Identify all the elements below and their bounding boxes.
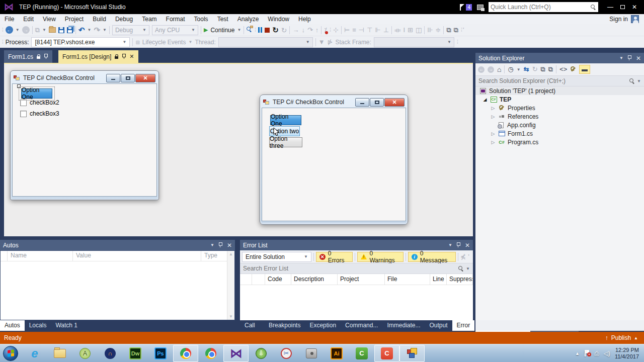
navigate-forward-button[interactable]: →: [22, 26, 30, 34]
taskbar-recorder[interactable]: [299, 345, 324, 362]
pin-icon[interactable]: [122, 54, 126, 59]
expander-collapsed-icon[interactable]: ▷: [491, 106, 496, 111]
menu-tools[interactable]: Tools: [190, 14, 213, 24]
same-width-icon[interactable]: ⟚: [394, 26, 400, 34]
align-lefts-icon[interactable]: ⊨: [344, 26, 350, 34]
form-close-button[interactable]: ✕: [135, 74, 155, 82]
menu-project[interactable]: Project: [60, 14, 88, 24]
col-file[interactable]: File: [385, 274, 430, 285]
tree-item-references[interactable]: ▷ References: [475, 112, 644, 121]
taskbar-chrome-active[interactable]: [173, 345, 198, 362]
tree-item-appconfig[interactable]: App.config: [475, 121, 644, 129]
process-dropdown[interactable]: [8144] TEP.vshost.exe▼: [31, 37, 130, 47]
sign-in-link[interactable]: Sign in: [609, 16, 628, 23]
expander-collapsed-icon[interactable]: ▷: [491, 131, 496, 136]
taskbar-dreamweaver[interactable]: Dw: [123, 345, 148, 362]
horizontal-spacing-icon[interactable]: ⊪: [427, 26, 433, 34]
volume-icon[interactable]: ◁): [604, 350, 610, 357]
thread-dropdown[interactable]: ▼: [218, 37, 313, 47]
start-button[interactable]: [3, 346, 18, 361]
action-center-flag-icon[interactable]: ✕: [584, 350, 590, 356]
menu-build[interactable]: Build: [88, 14, 111, 24]
menu-window[interactable]: Window: [263, 14, 294, 24]
close-button[interactable]: ✕: [632, 4, 637, 11]
menu-edit[interactable]: Edit: [19, 14, 38, 24]
filter-flagged-icon[interactable]: ⋫: [328, 38, 333, 46]
tree-item-form1[interactable]: ▷ Form1.cs: [475, 129, 644, 138]
toolbar-overflow[interactable]: ⁞: [255, 27, 256, 33]
menu-debug[interactable]: Debug: [111, 14, 137, 24]
lifecycle-events-dropdown[interactable]: ▼: [188, 40, 192, 44]
pin-icon[interactable]: [218, 242, 223, 248]
solution-explorer-titlebar[interactable]: Solution Explorer ▼ ✕: [475, 53, 644, 63]
error-list-titlebar[interactable]: Error List ▼ ✕: [240, 240, 473, 250]
tree-item-solution[interactable]: Solution 'TEP' (1 project): [475, 86, 644, 95]
align-tops-icon[interactable]: ⊤: [367, 26, 372, 34]
taskbar-camtasia-red[interactable]: C: [374, 345, 399, 362]
taskbar-internet-explorer[interactable]: e: [22, 345, 47, 362]
pin-tool-icon[interactable]: ⊹: [333, 26, 339, 34]
new-item-dropdown[interactable]: ▼: [42, 28, 46, 32]
tab-output[interactable]: Output: [425, 320, 452, 331]
menu-analyze[interactable]: Analyze: [233, 14, 264, 24]
step-up-icon[interactable]: ↑: [315, 26, 319, 34]
user-avatar-icon[interactable]: [631, 15, 639, 23]
taskbar-visual-studio[interactable]: ⋈: [223, 345, 249, 362]
lifecycle-events-label[interactable]: Lifecycle Events: [142, 39, 186, 46]
app-close-button[interactable]: ✕: [384, 98, 405, 107]
view-code-icon[interactable]: <>: [559, 65, 567, 73]
form-minimize-button[interactable]: [106, 74, 120, 82]
redo-button[interactable]: ↷: [94, 26, 100, 34]
close-icon[interactable]: ✕: [636, 55, 641, 62]
close-icon[interactable]: ✕: [465, 242, 470, 249]
continue-button[interactable]: Continue: [210, 27, 234, 34]
align-bottoms-icon[interactable]: ⊥: [383, 26, 389, 34]
quick-launch-box[interactable]: [489, 2, 598, 12]
quick-launch-input[interactable]: [491, 4, 591, 11]
save-all-button[interactable]: [67, 27, 73, 33]
tab-form1-design[interactable]: Form1.cs [Design] ✕: [58, 50, 138, 63]
toolbar-grip[interactable]: ⁞: [2, 27, 3, 33]
designer-checkbox3[interactable]: checkBox3: [20, 110, 59, 117]
col-suppression[interactable]: Suppressio: [447, 274, 473, 285]
menu-view[interactable]: View: [38, 14, 60, 24]
window-position-dropdown[interactable]: ▼: [619, 56, 623, 60]
menu-file[interactable]: File: [0, 14, 19, 24]
tab-exception-settings[interactable]: Exception Se...: [305, 320, 341, 331]
undo-button[interactable]: ↶: [78, 26, 85, 34]
home-icon[interactable]: ⌂: [497, 65, 501, 73]
step-out-icon[interactable]: ↷: [307, 26, 313, 34]
stack-frame-dropdown[interactable]: ▼: [374, 37, 454, 47]
undo-dropdown[interactable]: ▼: [88, 28, 92, 32]
vertical-spacing-icon[interactable]: ≑: [436, 26, 441, 34]
checkbox-square-icon[interactable]: [20, 100, 27, 106]
new-item-button[interactable]: ⧉: [35, 26, 40, 34]
menu-team[interactable]: Team: [137, 14, 161, 24]
tab-form1-cs[interactable]: Form1.cs: [4, 50, 52, 63]
designer-option-one-checkbox[interactable]: Option One: [21, 88, 52, 99]
feedback-icon[interactable]: [477, 5, 484, 10]
error-list-search-input[interactable]: [243, 265, 458, 272]
messages-filter-button[interactable]: i0 Messages: [408, 252, 456, 262]
properties-wrench-icon[interactable]: [570, 66, 576, 72]
menu-help[interactable]: Help: [294, 14, 315, 24]
breakpoint-settings-icon[interactable]: ⁒: [324, 26, 327, 34]
error-scope-dropdown[interactable]: Entire Solution▼: [242, 252, 311, 262]
stop-debugging-button[interactable]: [265, 28, 270, 33]
debug-location-grip[interactable]: ⁞: [2, 39, 3, 45]
col-description[interactable]: Description: [291, 274, 338, 285]
solution-explorer-search-input[interactable]: [478, 77, 629, 84]
tree-item-project-tep[interactable]: ◢ C# TEP: [475, 95, 644, 104]
align-centers-icon[interactable]: ≡: [352, 26, 356, 34]
open-file-button[interactable]: [49, 27, 56, 33]
same-size-icon[interactable]: ⊞: [408, 26, 413, 34]
pending-changes-icon[interactable]: ◷: [508, 65, 513, 73]
close-tab-icon[interactable]: ✕: [129, 53, 134, 60]
tab-watch1[interactable]: Watch 1: [51, 320, 82, 331]
app-option-one-checkbox[interactable]: Option One: [270, 115, 301, 125]
tab-call-stack[interactable]: Call Stack: [240, 320, 264, 331]
send-to-back-icon[interactable]: ⧉: [454, 26, 458, 34]
form-maximize-button[interactable]: [121, 74, 135, 82]
navigate-back-dropdown[interactable]: ▼: [16, 28, 20, 32]
designer-form-titlebar[interactable]: TEP C# CheckBox Control ✕: [12, 72, 157, 83]
